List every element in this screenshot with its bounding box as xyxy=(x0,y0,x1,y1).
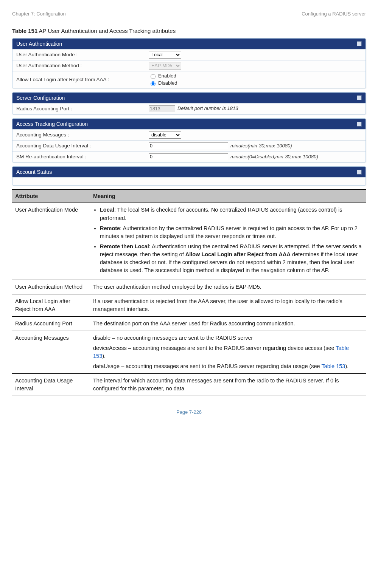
panel-header[interactable]: Access Tracking Configuration xyxy=(12,119,366,129)
collapse-icon[interactable] xyxy=(357,41,362,46)
allow-disabled-radio[interactable]: Disabled xyxy=(149,80,177,87)
attr-meaning: disable – no accounting messages are sen… xyxy=(90,331,366,373)
field-label: User Authentication Mode : xyxy=(16,51,149,59)
user-auth-method-select: EAP-MD5 xyxy=(149,62,181,70)
attribute-table: Attribute Meaning User Authentication Mo… xyxy=(12,189,366,396)
attr-name: Accounting Data Usage Interval xyxy=(12,373,90,396)
table-row: Accounting Messages disable – no account… xyxy=(12,331,366,373)
panel-title: Access Tracking Configuration xyxy=(16,120,88,128)
screenshot-figure: User Authentication User Authentication … xyxy=(12,38,366,186)
attr-meaning: The interval for which accounting data m… xyxy=(90,373,366,396)
collapse-icon[interactable] xyxy=(357,170,362,175)
reauth-interval-input[interactable] xyxy=(149,153,228,160)
attr-meaning: The user authentication method employed … xyxy=(90,280,366,294)
attr-name: User Authentication Method xyxy=(12,280,90,294)
page-footer: Page 7-226 xyxy=(12,409,366,416)
attr-name: Radius Accounting Port xyxy=(12,316,90,331)
panel-header[interactable]: Server Configuration xyxy=(12,93,366,103)
table-number: Table 151 xyxy=(12,28,37,34)
collapse-icon[interactable] xyxy=(357,95,362,100)
field-label: User Authentication Method : xyxy=(16,62,149,70)
field-label: Accounting Messages : xyxy=(16,131,149,139)
page-header: Chapter 7: Configuration Configuring a R… xyxy=(12,11,366,18)
panel-account-status: Account Status xyxy=(12,166,366,186)
field-label: SM Re-authentication Interval : xyxy=(16,153,149,161)
panel-access-tracking: Access Tracking Configuration Accounting… xyxy=(12,118,366,162)
user-auth-mode-select[interactable]: Local xyxy=(149,51,181,59)
panel-header[interactable]: Account Status xyxy=(12,167,366,177)
field-hint: minutes(min-30,max-10080) xyxy=(230,142,292,150)
col-attribute: Attribute xyxy=(12,190,90,203)
table-title: AP User Authentication and Access Tracki… xyxy=(37,28,176,34)
panel-title: User Authentication xyxy=(16,40,62,48)
panel-title: Server Configuration xyxy=(16,94,65,102)
collapse-icon[interactable] xyxy=(357,122,362,127)
panel-user-authentication: User Authentication User Authentication … xyxy=(12,38,366,88)
attr-meaning: The destination port on the AAA server u… xyxy=(90,316,366,331)
attr-name: Accounting Messages xyxy=(12,331,90,373)
field-hint: minutes(0=Disabled,min-30,max-10080) xyxy=(230,153,318,161)
accounting-messages-select[interactable]: disable xyxy=(149,131,181,139)
table-153-link[interactable]: Table 153 xyxy=(321,363,345,369)
attr-meaning: Local: The local SM is checked for accou… xyxy=(90,203,366,280)
field-label: Accounting Data Usage Interval : xyxy=(16,142,149,150)
panel-server-configuration: Server Configuration Radius Accounting P… xyxy=(12,92,366,115)
radius-port-input xyxy=(149,105,175,112)
table-row: Allow Local Login after Reject from AAA … xyxy=(12,294,366,316)
attr-name: User Authentication Mode xyxy=(12,203,90,280)
field-label: Allow Local Login after Reject from AAA … xyxy=(16,76,149,84)
field-label: Radius Accounting Port : xyxy=(16,105,149,113)
col-meaning: Meaning xyxy=(90,190,366,203)
table-row: Accounting Data Usage Interval The inter… xyxy=(12,373,366,396)
table-caption: Table 151 AP User Authentication and Acc… xyxy=(12,27,366,35)
table-row: User Authentication Mode Local: The loca… xyxy=(12,203,366,280)
attr-meaning: If a user authentication is rejected fro… xyxy=(90,294,366,316)
allow-enabled-radio[interactable]: Enabled xyxy=(149,73,177,80)
data-usage-interval-input[interactable] xyxy=(149,142,228,149)
chapter-label: Chapter 7: Configuration xyxy=(12,11,66,18)
panel-header[interactable]: User Authentication xyxy=(12,39,366,49)
attr-name: Allow Local Login after Reject from AAA xyxy=(12,294,90,316)
section-label: Configuring a RADIUS server xyxy=(302,11,366,18)
panel-title: Account Status xyxy=(16,168,52,176)
field-hint: Default port number is 1813 xyxy=(177,105,238,112)
table-row: Radius Accounting Port The destination p… xyxy=(12,316,366,331)
table-row: User Authentication Method The user auth… xyxy=(12,280,366,294)
